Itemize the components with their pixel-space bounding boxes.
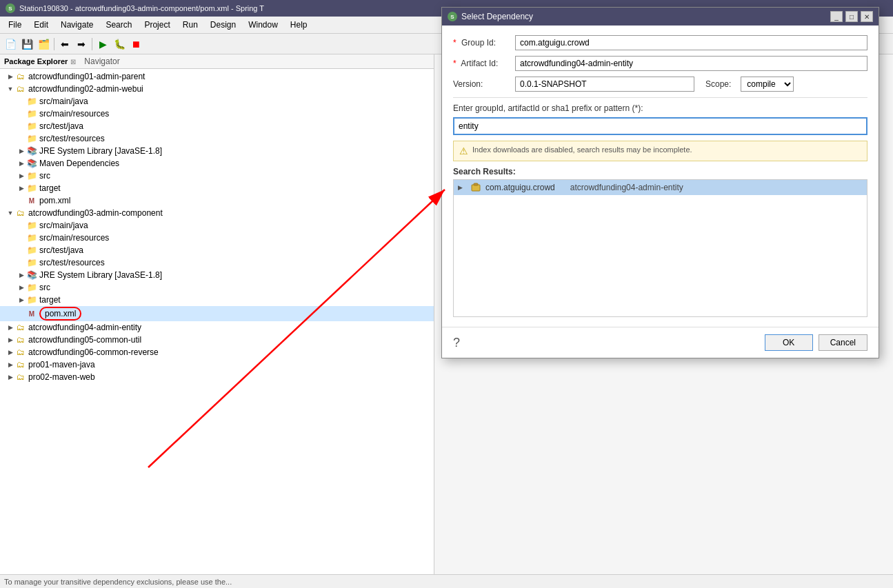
menu-help[interactable]: Help bbox=[285, 18, 313, 32]
menu-run[interactable]: Run bbox=[177, 18, 203, 32]
toolbar-forward[interactable]: ➡ bbox=[74, 37, 89, 52]
toolbar-run[interactable]: ▶ bbox=[95, 37, 110, 52]
expand-arrow[interactable]: ▼ bbox=[6, 210, 15, 216]
ok-button[interactable]: OK bbox=[765, 334, 813, 351]
expand-arrow[interactable]: ▶ bbox=[17, 272, 26, 278]
folder-name: src/main/resources bbox=[39, 109, 109, 119]
tree-jre-1[interactable]: ▶ 📚 JRE System Library [JavaSE-1.8] bbox=[0, 145, 434, 157]
dialog-footer: ? OK Cancel bbox=[442, 327, 879, 358]
dialog-maximize-button[interactable]: □ bbox=[845, 11, 858, 22]
expand-arrow[interactable]: ▶ bbox=[6, 349, 15, 356]
dialog-title-bar: S Select Dependency _ □ ✕ bbox=[442, 8, 879, 26]
cancel-button[interactable]: Cancel bbox=[819, 334, 867, 351]
menu-search[interactable]: Search bbox=[100, 18, 137, 32]
tree-src-main-res-1[interactable]: 📁 src/main/resources bbox=[0, 108, 434, 120]
explorer-tab-navigator[interactable]: Navigator bbox=[84, 57, 119, 66]
svg-rect-1 bbox=[474, 183, 478, 185]
tree-src-1[interactable]: ▶ 📁 src bbox=[0, 170, 434, 182]
toolbar-stop[interactable]: ⏹ bbox=[128, 37, 143, 52]
tree-src-test-java-2[interactable]: 📁 src/test/java bbox=[0, 244, 434, 256]
toolbar-new[interactable]: 📄 bbox=[3, 37, 18, 52]
tree-src-test-res-1[interactable]: 📁 src/test/resources bbox=[0, 132, 434, 145]
search-hint-label: Enter groupId, artifactId or sha1 prefix… bbox=[453, 103, 867, 113]
tree-item-project5[interactable]: ▶ 🗂 atcrowdfunding05-common-util bbox=[0, 334, 434, 346]
artifact-id-input[interactable] bbox=[515, 56, 867, 71]
warning-box: ⚠ Index downloads are disabled, search r… bbox=[453, 141, 867, 161]
expand-arrow[interactable]: ▼ bbox=[6, 85, 15, 92]
dialog-body: * Group Id: * Artifact Id: Version: Scop… bbox=[442, 26, 879, 327]
help-button[interactable]: ? bbox=[453, 336, 460, 350]
toolbar-back[interactable]: ⬅ bbox=[57, 37, 72, 52]
tree-src-test-java-1[interactable]: 📁 src/test/java bbox=[0, 120, 434, 132]
project-icon: 🗂 bbox=[15, 372, 26, 383]
group-id-row: * Group Id: bbox=[453, 35, 867, 50]
expand-arrow[interactable]: ▶ bbox=[17, 284, 26, 291]
tree-item-project2[interactable]: ▼ 🗂 atcrowdfunding02-admin-webui bbox=[0, 83, 434, 95]
tree-item-project6[interactable]: ▶ 🗂 atcrowdfunding06-common-reverse bbox=[0, 346, 434, 358]
expand-arrow[interactable]: ▶ bbox=[17, 296, 26, 303]
tree-item-project3[interactable]: ▼ 🗂 atcrowdfunding03-admin-component bbox=[0, 207, 434, 219]
project-icon: 🗂 bbox=[15, 359, 26, 370]
toolbar-save-all[interactable]: 🗂️ bbox=[36, 37, 51, 52]
dialog-close-button[interactable]: ✕ bbox=[861, 11, 873, 22]
menu-edit[interactable]: Edit bbox=[28, 18, 54, 32]
expand-arrow[interactable]: ▶ bbox=[17, 185, 26, 192]
tree-src-2[interactable]: ▶ 📁 src bbox=[0, 281, 434, 294]
dialog-action-buttons: OK Cancel bbox=[765, 334, 867, 351]
project-name: atcrowdfunding01-admin-parent bbox=[28, 72, 145, 81]
tree-src-main-java-1[interactable]: 📁 src/main/java bbox=[0, 95, 434, 108]
folder-icon: 📁 bbox=[26, 183, 37, 194]
tree-pom-2-highlighted[interactable]: M pom.xml bbox=[0, 306, 434, 321]
explorer-tab-close[interactable]: ⊠ bbox=[70, 58, 76, 65]
expand-arrow[interactable]: ▶ bbox=[6, 361, 15, 368]
package-icon-svg bbox=[471, 183, 481, 192]
expand-arrow[interactable]: ▶ bbox=[6, 324, 15, 331]
version-input[interactable] bbox=[515, 77, 694, 92]
help-icon: ? bbox=[453, 336, 460, 350]
folder-icon: 📁 bbox=[26, 170, 37, 181]
project-icon: 🗂 bbox=[15, 207, 26, 219]
tree-item-project8[interactable]: ▶ 🗂 pro02-maven-web bbox=[0, 371, 434, 383]
project-icon: 🗂 bbox=[15, 334, 26, 345]
folder-icon: 📁 bbox=[26, 245, 37, 256]
folder-name: target bbox=[39, 295, 61, 305]
expand-arrow[interactable]: ▶ bbox=[17, 160, 26, 167]
tree-src-main-java-2[interactable]: 📁 src/main/java bbox=[0, 219, 434, 232]
menu-design[interactable]: Design bbox=[205, 18, 241, 32]
tree-target-2[interactable]: ▶ 📁 target bbox=[0, 294, 434, 306]
search-input[interactable] bbox=[453, 117, 867, 135]
tree-jre-2[interactable]: ▶ 📚 JRE System Library [JavaSE-1.8] bbox=[0, 269, 434, 281]
package-explorer: Package Explorer ⊠ Navigator ▶ 🗂 atcrowd… bbox=[0, 54, 434, 574]
tree-pom-1[interactable]: M pom.xml bbox=[0, 194, 434, 207]
result-expand-arrow[interactable]: ▶ bbox=[458, 184, 466, 191]
result-item-selected[interactable]: ▶ com.atguigu.crowd atcrowdfunding04-adm… bbox=[454, 180, 867, 195]
menu-navigate[interactable]: Navigate bbox=[55, 18, 99, 32]
expand-arrow[interactable]: ▶ bbox=[17, 172, 26, 179]
results-label: Search Results: bbox=[453, 167, 867, 176]
group-id-input[interactable] bbox=[515, 35, 867, 50]
expand-arrow[interactable]: ▶ bbox=[6, 73, 15, 80]
toolbar-debug[interactable]: 🐛 bbox=[112, 37, 127, 52]
folder-name: src/main/java bbox=[39, 221, 88, 230]
tree-maven-deps-1[interactable]: ▶ 📚 Maven Dependencies bbox=[0, 157, 434, 170]
menu-window[interactable]: Window bbox=[243, 18, 283, 32]
folder-icon: 📁 bbox=[26, 133, 37, 144]
group-id-label-text: Group Id: bbox=[461, 38, 496, 48]
select-dependency-dialog[interactable]: S Select Dependency _ □ ✕ * Group Id: bbox=[441, 7, 879, 358]
dialog-minimize-button[interactable]: _ bbox=[830, 11, 843, 22]
tree-src-test-res-2[interactable]: 📁 src/test/resources bbox=[0, 256, 434, 269]
project-name: pro02-maven-web bbox=[28, 372, 95, 382]
library-name: Maven Dependencies bbox=[39, 159, 119, 168]
tree-src-main-res-2[interactable]: 📁 src/main/resources bbox=[0, 232, 434, 244]
scope-select[interactable]: compile provided runtime test bbox=[741, 77, 794, 92]
expand-arrow[interactable]: ▶ bbox=[6, 374, 15, 381]
menu-project[interactable]: Project bbox=[139, 18, 175, 32]
tree-item-project7[interactable]: ▶ 🗂 pro01-maven-java bbox=[0, 358, 434, 371]
tree-target-1[interactable]: ▶ 📁 target bbox=[0, 182, 434, 194]
expand-arrow[interactable]: ▶ bbox=[6, 336, 15, 343]
expand-arrow[interactable]: ▶ bbox=[17, 148, 26, 154]
tree-item-project4[interactable]: ▶ 🗂 atcrowdfunding04-admin-entity bbox=[0, 321, 434, 334]
menu-file[interactable]: File bbox=[3, 18, 27, 32]
toolbar-save[interactable]: 💾 bbox=[19, 37, 34, 52]
tree-item-project1[interactable]: ▶ 🗂 atcrowdfunding01-admin-parent bbox=[0, 70, 434, 83]
